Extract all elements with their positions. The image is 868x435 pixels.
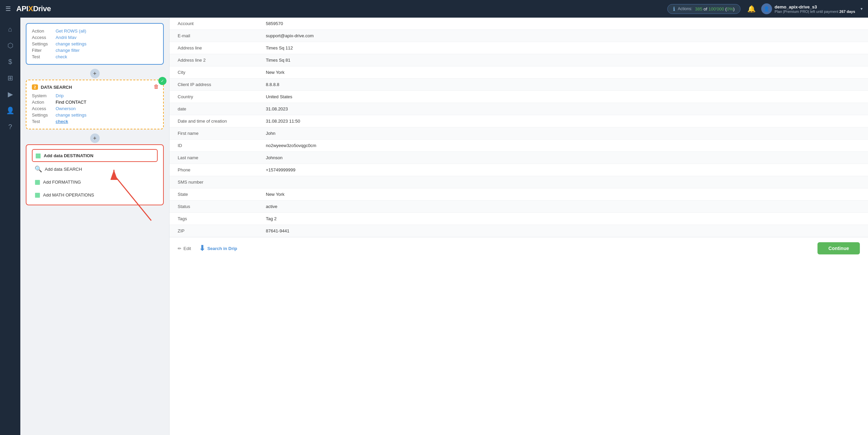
user-menu[interactable]: 👤 demo_apix-drive_s3 Plan |Premium PRO| … xyxy=(761,3,863,14)
sidebar-item-help[interactable]: ? xyxy=(3,119,18,134)
avatar: 👤 xyxy=(761,3,772,14)
sidebar-item-billing[interactable]: $ xyxy=(3,54,18,69)
source-test-row: Test check xyxy=(32,54,158,60)
ds-system-row: System Drip xyxy=(32,92,158,99)
ds-settings-link[interactable]: change settings xyxy=(56,112,86,118)
table-row: Last nameJohnson xyxy=(170,152,868,164)
table-row: CountryUnited States xyxy=(170,91,868,103)
datasearch-badge: 2 xyxy=(32,84,38,90)
search-drip-label: Search in Drip xyxy=(207,246,237,251)
ds-test-link[interactable]: check xyxy=(56,119,68,124)
table-row: SMS number xyxy=(170,176,868,188)
add-connector-1[interactable]: + xyxy=(90,69,100,78)
table-row: CityNew York xyxy=(170,66,868,79)
source-test-link[interactable]: check xyxy=(56,54,67,59)
table-row: IDno2wyeew3zo5ovqgc0cm xyxy=(170,140,868,152)
continue-button[interactable]: Continue xyxy=(817,242,860,254)
check-icon: ✓ xyxy=(158,77,166,85)
table-row: StateNew York xyxy=(170,188,868,201)
table-row: First nameJohn xyxy=(170,127,868,140)
table-row: TagsTag 2 xyxy=(170,213,868,225)
add-search-label: Add data SEARCH xyxy=(45,167,82,172)
source-action-row: Action Get ROWS (all) xyxy=(32,28,158,34)
datasearch-title: DATA SEARCH xyxy=(41,85,72,90)
username-label: demo_apix-drive_s3 xyxy=(775,4,855,9)
source-settings-row: Settings change settings xyxy=(32,41,158,47)
search-drip-icon: ⬇ xyxy=(199,244,205,253)
add-destination-button[interactable]: ▦ Add data DESTINATION xyxy=(32,149,158,162)
table-row: E-mailsupport@apix-drive.com xyxy=(170,30,868,42)
ds-settings-row: Settings change settings xyxy=(32,112,158,118)
sidebar-item-home[interactable]: ⌂ xyxy=(3,22,18,37)
table-row: Date and time of creation31.08.2023 11:5… xyxy=(170,115,868,127)
destination-icon: ▦ xyxy=(35,152,41,159)
connector-2: + xyxy=(26,132,164,144)
connector-1: + xyxy=(26,67,164,80)
table-row: Account5859570 xyxy=(170,18,868,30)
table-row: date31.08.2023 xyxy=(170,103,868,115)
edit-label: Edit xyxy=(183,246,191,251)
source-settings-link[interactable]: change settings xyxy=(56,41,86,46)
source-action-link[interactable]: Get ROWS (all) xyxy=(56,28,86,34)
sidebar-item-account[interactable]: 👤 xyxy=(3,103,18,118)
add-connector-2[interactable]: + xyxy=(90,133,100,143)
sidebar: ⌂ ⬡ $ ⊞ ▶ 👤 ? xyxy=(0,18,20,435)
datasearch-block: ✓ 2 DATA SEARCH 🗑 System Drip Action Fin… xyxy=(26,80,164,129)
edit-button[interactable]: ✏ Edit xyxy=(178,246,191,251)
formatting-icon: ▦ xyxy=(35,178,40,186)
bottom-bar: ✏ Edit ⬇ Search in Drip Continue xyxy=(170,237,868,259)
table-row: Address lineTimes Sq 112 xyxy=(170,42,868,54)
search-drip-button[interactable]: ⬇ Search in Drip xyxy=(199,244,237,253)
source-filter-link[interactable]: change filter xyxy=(56,48,80,53)
sidebar-item-apps[interactable]: ⊞ xyxy=(3,70,18,85)
topnav: ☰ APIXDrive ℹ Actions: 385 of 100'000 (0… xyxy=(0,0,868,18)
ds-action-row: Action Find CONTACT xyxy=(32,99,158,105)
table-row: ZIP87641-9441 xyxy=(170,225,868,237)
table-row: Address line 2Times Sq 81 xyxy=(170,54,868,66)
delete-icon[interactable]: 🗑 xyxy=(154,84,159,90)
source-filter-row: Filter change filter xyxy=(32,47,158,54)
source-block: Action Get ROWS (all) Access Andrii Mav … xyxy=(26,23,164,65)
ds-access-row: Access Ownerson xyxy=(32,105,158,112)
logo: APIXDrive xyxy=(16,4,51,13)
search-add-icon: 🔍 xyxy=(35,165,42,173)
plan-label: Plan |Premium PRO| left until payment 26… xyxy=(775,9,855,14)
data-table: Account5859570E-mailsupport@apix-drive.c… xyxy=(170,18,868,237)
math-icon: ▦ xyxy=(35,191,40,199)
add-formatting-button[interactable]: ▦ Add FORMATTING xyxy=(32,176,158,188)
add-math-button[interactable]: ▦ Add MATH OPERATIONS xyxy=(32,189,158,201)
bell-icon[interactable]: 🔔 xyxy=(747,5,756,13)
source-access-row: Access Andrii Mav xyxy=(32,34,158,41)
left-panel: Action Get ROWS (all) Access Andrii Mav … xyxy=(20,18,170,435)
info-icon: ℹ xyxy=(673,6,675,12)
add-destination-label: Add data DESTINATION xyxy=(44,153,93,158)
actions-badge: ℹ Actions: 385 of 100'000 (0%) xyxy=(667,4,740,14)
add-search-button[interactable]: 🔍 Add data SEARCH xyxy=(32,163,158,175)
table-row: Client IP address8.8.8.8 xyxy=(170,79,868,91)
source-access-link[interactable]: Andrii Mav xyxy=(56,35,76,40)
ds-access-link[interactable]: Ownerson xyxy=(56,106,76,111)
hamburger-icon[interactable]: ☰ xyxy=(5,5,11,13)
right-panel: Account5859570E-mailsupport@apix-drive.c… xyxy=(170,18,868,435)
edit-icon: ✏ xyxy=(178,246,181,251)
sidebar-item-runs[interactable]: ▶ xyxy=(3,87,18,102)
table-row: Statusactive xyxy=(170,201,868,213)
ds-system-link[interactable]: Drip xyxy=(56,93,64,98)
table-row: Phone+15749999999 xyxy=(170,164,868,176)
add-formatting-label: Add FORMATTING xyxy=(43,180,81,185)
add-block: ▦ Add data DESTINATION 🔍 Add data SEARCH… xyxy=(26,144,164,205)
sidebar-item-network[interactable]: ⬡ xyxy=(3,38,18,53)
ds-test-row: Test check xyxy=(32,118,158,125)
add-math-label: Add MATH OPERATIONS xyxy=(43,192,94,198)
chevron-down-icon[interactable]: ▾ xyxy=(861,6,863,11)
